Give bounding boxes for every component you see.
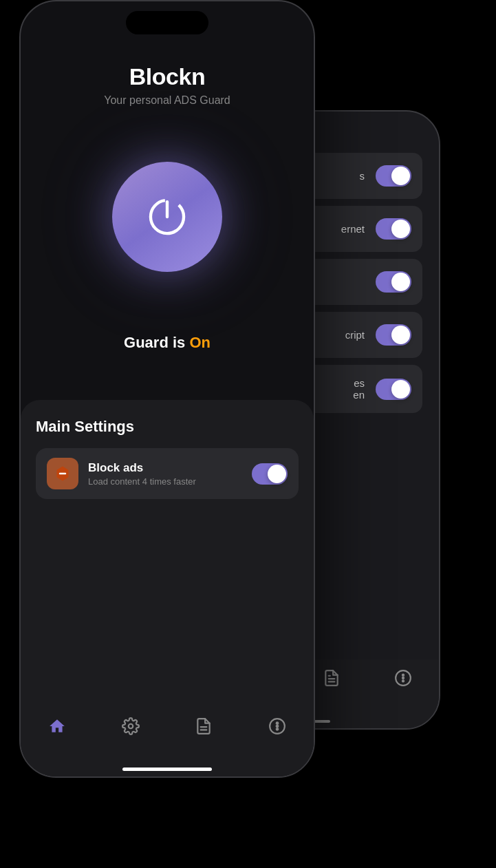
tab-document[interactable]	[167, 717, 241, 735]
back-toggle-4[interactable]	[376, 324, 411, 346]
settings-item-block-ads: Block ads Load content 4 times faster	[36, 448, 299, 499]
block-ads-toggle[interactable]	[252, 463, 288, 485]
guard-status: Guard is On	[124, 334, 211, 352]
back-toggle-2[interactable]	[376, 218, 411, 240]
app-title: Blockn	[129, 63, 205, 90]
back-tab-more[interactable]	[394, 669, 412, 690]
svg-point-6	[402, 680, 404, 681]
tab-settings[interactable]	[94, 717, 168, 735]
block-ads-text: Block ads Load content 4 times faster	[88, 461, 242, 487]
svg-point-15	[276, 722, 278, 724]
home-indicator	[122, 768, 212, 771]
front-inner: Blockn Your personal ADS Guard Guard is …	[21, 1, 314, 776]
svg-point-17	[276, 728, 278, 730]
block-ads-desc: Load content 4 times faster	[88, 476, 242, 487]
back-toggle-1[interactable]	[376, 165, 411, 187]
power-icon	[143, 193, 191, 241]
block-ads-name: Block ads	[88, 461, 242, 475]
tab-home[interactable]	[21, 717, 94, 735]
phone-front: Blockn Your personal ADS Guard Guard is …	[19, 0, 315, 778]
power-button[interactable]	[112, 162, 222, 272]
svg-point-16	[276, 726, 278, 728]
svg-point-5	[402, 677, 404, 679]
dynamic-island	[126, 11, 208, 34]
guard-status-value: On	[189, 334, 211, 351]
back-toggle-3[interactable]	[376, 271, 411, 293]
tab-bar	[21, 708, 314, 776]
guard-status-prefix: Guard is	[124, 334, 189, 351]
svg-point-11	[129, 724, 133, 729]
scene: s ernet cript es en	[0, 0, 496, 868]
svg-point-4	[402, 675, 404, 676]
main-settings-title: Main Settings	[36, 418, 299, 436]
back-toggle-5[interactable]	[376, 379, 411, 400]
tab-more[interactable]	[241, 717, 314, 735]
block-ads-icon	[54, 465, 71, 482]
back-tab-document[interactable]	[323, 669, 341, 690]
app-subtitle: Your personal ADS Guard	[104, 94, 230, 107]
block-ads-icon-container	[47, 458, 78, 489]
